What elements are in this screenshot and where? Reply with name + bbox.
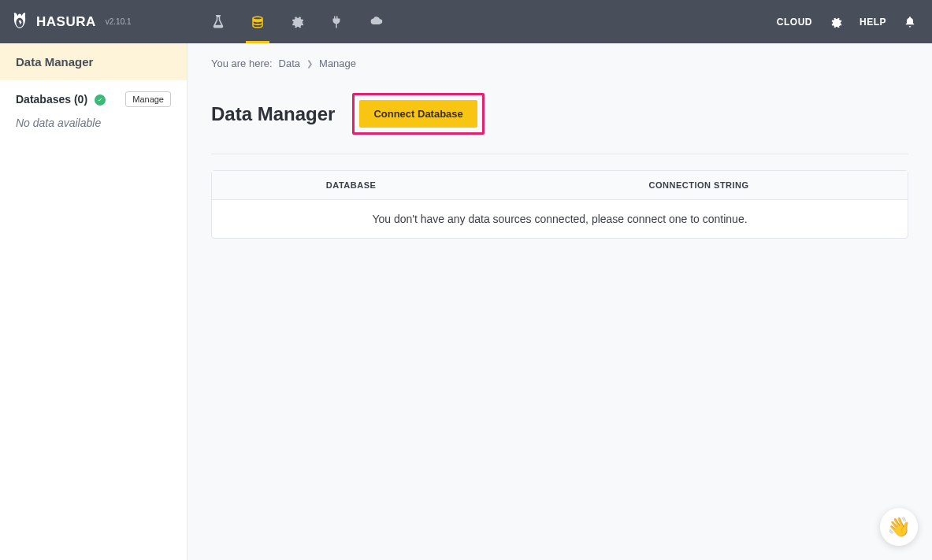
breadcrumb-current: Manage xyxy=(319,57,356,69)
nav-data[interactable] xyxy=(238,0,277,43)
nav-tabs xyxy=(199,0,395,43)
check-icon xyxy=(95,95,106,106)
topbar: HASURA v2.10.1 CLOUD HELP xyxy=(0,0,932,43)
sidebar-databases-section: Databases (0) Manage No data available xyxy=(0,80,187,140)
no-data-text: No data available xyxy=(16,117,171,129)
data-sources-table: DATABASE CONNECTION STRING You don't hav… xyxy=(211,170,908,239)
nav-api[interactable] xyxy=(199,0,238,43)
nav-remote[interactable] xyxy=(317,0,356,43)
divider xyxy=(211,154,908,154)
nav-actions[interactable] xyxy=(277,0,317,43)
breadcrumb-root[interactable]: Data xyxy=(279,57,300,69)
connect-highlight-box: Connect Database xyxy=(352,93,484,135)
column-header-database: DATABASE xyxy=(212,180,490,190)
flask-icon xyxy=(211,15,225,29)
connect-database-button[interactable]: Connect Database xyxy=(359,100,477,128)
column-header-connection: CONNECTION STRING xyxy=(490,180,908,190)
bell-icon[interactable] xyxy=(904,16,916,28)
page-header-row: Data Manager Connect Database xyxy=(211,93,908,135)
database-icon xyxy=(251,15,265,29)
sidebar-title: Data Manager xyxy=(0,43,187,80)
gear-icon[interactable] xyxy=(830,16,842,28)
breadcrumb: You are here: Data ❯ Manage xyxy=(211,57,908,69)
main-content: You are here: Data ❯ Manage Data Manager… xyxy=(188,43,932,560)
cloud-link[interactable]: CLOUD xyxy=(777,17,812,28)
brand-name: HASURA xyxy=(36,14,96,30)
topbar-right: CLOUD HELP xyxy=(777,16,916,28)
cloud-icon xyxy=(369,15,383,29)
chevron-right-icon: ❯ xyxy=(306,59,313,68)
gears-icon xyxy=(290,15,304,29)
sidebar: Data Manager Databases (0) Manage No dat… xyxy=(0,43,188,560)
plug-icon xyxy=(329,15,343,29)
nav-events[interactable] xyxy=(356,0,395,43)
table-header-row: DATABASE CONNECTION STRING xyxy=(212,171,908,200)
breadcrumb-prefix: You are here: xyxy=(211,57,273,69)
databases-header: Databases (0) Manage xyxy=(16,91,171,107)
help-link[interactable]: HELP xyxy=(860,17,886,28)
manage-button[interactable]: Manage xyxy=(125,91,171,107)
hasura-logo-icon xyxy=(9,12,30,32)
empty-state-message: You don't have any data sources connecte… xyxy=(212,200,908,238)
wave-icon: 👋 xyxy=(887,516,911,538)
version-label: v2.10.1 xyxy=(106,17,132,26)
logo-area[interactable]: HASURA v2.10.1 xyxy=(9,12,188,32)
page-title: Data Manager xyxy=(211,103,335,125)
databases-count-label: Databases (0) xyxy=(16,92,106,106)
intercom-launcher[interactable]: 👋 xyxy=(880,508,918,546)
